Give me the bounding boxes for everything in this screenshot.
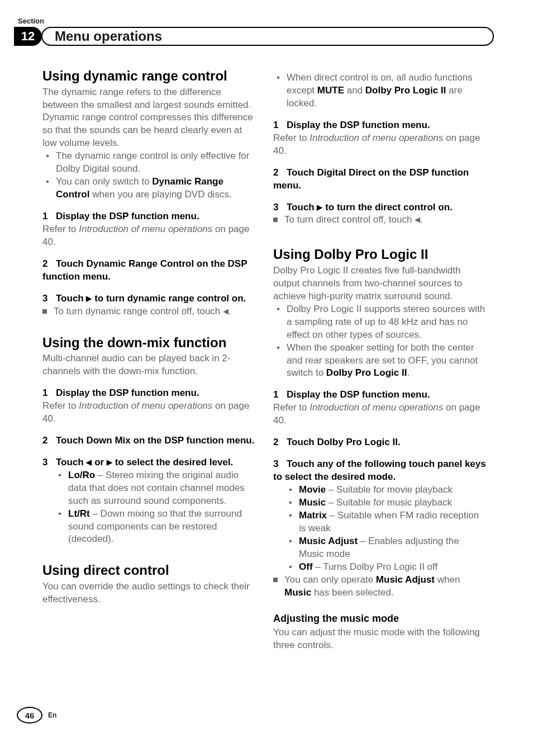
step: 2Touch Dynamic Range Control on the DSP … — [42, 258, 255, 284]
paragraph: The dynamic range refers to the differen… — [42, 86, 255, 150]
step: 3Touch to turn dynamic range control on. — [42, 292, 255, 305]
right-arrow-icon — [317, 202, 322, 212]
heading-dolby: Using Dolby Pro Logic II — [273, 247, 486, 262]
bullet-list: Dolby Pro Logic II supports stereo sourc… — [273, 303, 486, 380]
heading-downmix: Using the down-mix function — [42, 335, 255, 351]
bullet-list: Lo/Ro – Stereo mixing the original audio… — [42, 469, 255, 546]
list-item: Music Adjust – Enables adjusting the Mus… — [299, 535, 486, 561]
list-item: Dolby Pro Logic II supports stereo sourc… — [287, 303, 486, 342]
paragraph: You can adjust the music mode with the f… — [273, 626, 486, 652]
list-item: When the speaker setting for both the ce… — [287, 342, 486, 380]
step: 3Touch or to select the desired level. — [42, 456, 255, 469]
list-item: Movie – Suitable for movie playback — [299, 484, 486, 497]
step: 1Display the DSP function menu. — [273, 389, 486, 401]
right-arrow-icon — [107, 457, 112, 467]
step: 2Touch Down Mix on the DSP function menu… — [42, 434, 255, 447]
step: 2Touch Digital Direct on the DSP functio… — [273, 167, 486, 192]
paragraph: Refer to Introduction of menu operations… — [42, 223, 255, 249]
left-arrow-icon — [415, 214, 420, 225]
left-column: Using dynamic range control The dynamic … — [42, 68, 255, 652]
step: 2Touch Dolby Pro Logic II. — [273, 436, 486, 449]
chapter-title: Menu operations — [41, 27, 494, 46]
bullet-list: Movie – Suitable for movie playback Musi… — [273, 484, 486, 574]
heading-dynamic-range: Using dynamic range control — [42, 68, 255, 84]
header-row: 12 Menu operations — [17, 27, 494, 46]
paragraph: Refer to Introduction of menu operations… — [273, 401, 486, 427]
step: 1Display the DSP function menu. — [273, 119, 486, 132]
section-number-badge: 12 — [14, 27, 42, 46]
page-number-badge: 46 En — [17, 707, 56, 724]
page-language: En — [48, 711, 56, 719]
left-arrow-icon — [86, 457, 92, 467]
step: 3Touch to turn the direct control on. — [273, 201, 486, 214]
right-column: When direct control is on, all audio fun… — [273, 68, 486, 652]
heading-music-mode: Adjusting the music mode — [273, 612, 486, 625]
note: To turn dynamic range control off, touch… — [42, 305, 255, 318]
paragraph: Refer to Introduction of menu operations… — [273, 132, 486, 158]
left-arrow-icon — [223, 306, 229, 316]
bullet-list: When direct control is on, all audio fun… — [273, 72, 486, 110]
note: You can only operate Music Adjust when M… — [273, 574, 486, 599]
page: Section 12 Menu operations Using dynamic… — [0, 0, 533, 756]
paragraph: Dolby Pro Logic II creates five full-ban… — [273, 264, 486, 303]
bullet-list: The dynamic range control is only effect… — [42, 150, 255, 201]
content-columns: Using dynamic range control The dynamic … — [17, 68, 494, 652]
list-item: The dynamic range control is only effect… — [56, 150, 255, 176]
page-number: 46 — [17, 707, 42, 724]
section-label: Section — [18, 17, 494, 25]
list-item: Matrix – Suitable when FM radio receptio… — [299, 509, 486, 535]
step: 3Touch any of the following touch panel … — [273, 458, 486, 484]
list-item: You can only switch to Dynamic Range Con… — [56, 176, 255, 201]
list-item: Off – Turns Dolby Pro Logic II off — [299, 561, 486, 574]
list-item: When direct control is on, all audio fun… — [287, 72, 486, 110]
heading-direct-control: Using direct control — [42, 563, 255, 578]
step: 1Display the DSP function menu. — [42, 387, 255, 400]
step: 1Display the DSP function menu. — [42, 210, 255, 223]
list-item: Lo/Ro – Stereo mixing the original audio… — [68, 469, 255, 508]
paragraph: Refer to Introduction of menu operations… — [42, 400, 255, 426]
paragraph: You can override the audio settings to c… — [42, 580, 255, 606]
list-item: Lt/Rt – Down mixing so that the surround… — [68, 508, 255, 546]
note: To turn direct control off, touch . — [273, 214, 486, 226]
paragraph: Multi-channel audio can be played back i… — [42, 352, 255, 378]
list-item: Music – Suitable for music playback — [299, 497, 486, 509]
right-arrow-icon — [86, 293, 92, 304]
